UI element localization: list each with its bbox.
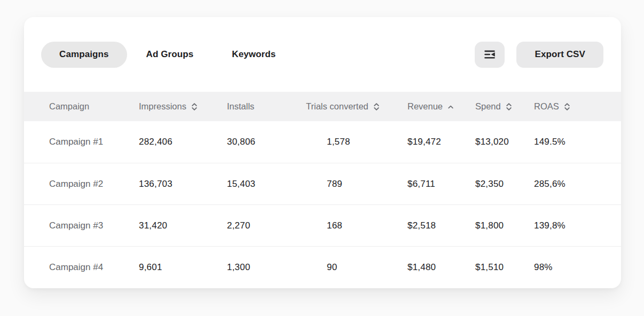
sort-toggle-icon: [506, 102, 512, 112]
value-cell: 1,300: [227, 262, 306, 273]
toolbar-actions: Export CSV: [475, 42, 603, 68]
value-cell: 139,8%: [534, 220, 621, 231]
tab-ad-groups[interactable]: Ad Groups: [127, 42, 213, 68]
column-header-label: ROAS: [534, 101, 559, 112]
value-cell: $6,711: [407, 179, 475, 189]
table-row[interactable]: Campaign #331,4202,270168$2,518$1,800139…: [24, 204, 621, 246]
sort-ascending-icon: [447, 102, 454, 112]
sort-toggle-icon: [373, 102, 380, 112]
value-cell: 90: [306, 262, 407, 273]
column-header-campaign: Campaign: [24, 101, 139, 112]
toolbar: Campaigns Ad Groups Keywords Export CSV: [24, 17, 621, 92]
value-cell: $2,518: [407, 220, 475, 231]
column-header-trials-converted[interactable]: Trials converted: [306, 101, 407, 112]
column-header-label: Trials converted: [306, 101, 368, 112]
value-cell: 149.5%: [534, 137, 621, 147]
campaign-name-cell: Campaign #3: [24, 220, 139, 231]
value-cell: 15,403: [227, 179, 306, 189]
value-cell: 2,270: [227, 220, 306, 231]
column-header-spend[interactable]: Spend: [475, 101, 534, 112]
indent-decrease-icon: [483, 48, 497, 61]
value-cell: $1,480: [407, 262, 475, 273]
tab-campaigns[interactable]: Campaigns: [41, 42, 127, 68]
column-header-label: Installs: [227, 101, 254, 112]
sort-toggle-icon: [191, 102, 198, 112]
value-cell: $1,510: [475, 262, 534, 273]
value-cell: 30,806: [227, 137, 306, 147]
table-row[interactable]: Campaign #49,6011,30090$1,480$1,51098%: [24, 246, 621, 288]
value-cell: 31,420: [139, 220, 227, 231]
table-header-row: CampaignImpressionsInstallsTrials conver…: [24, 92, 621, 121]
value-cell: $13,020: [475, 137, 534, 147]
value-cell: 285,6%: [534, 179, 621, 189]
value-cell: $1,800: [475, 220, 534, 231]
tab-keywords[interactable]: Keywords: [213, 42, 295, 68]
column-header-revenue[interactable]: Revenue: [407, 101, 475, 112]
value-cell: $19,472: [407, 137, 475, 147]
value-cell: $2,350: [475, 179, 534, 189]
table-row[interactable]: Campaign #1282,40630,8061,578$19,472$13,…: [24, 121, 621, 163]
campaigns-panel: Campaigns Ad Groups Keywords Export CSV …: [24, 17, 621, 288]
column-settings-button[interactable]: [475, 42, 505, 68]
campaign-name-cell: Campaign #4: [24, 262, 139, 273]
export-csv-button[interactable]: Export CSV: [516, 42, 603, 68]
value-cell: 789: [306, 179, 407, 189]
column-header-label: Campaign: [49, 101, 89, 112]
table-body: Campaign #1282,40630,8061,578$19,472$13,…: [24, 121, 621, 288]
value-cell: 136,703: [139, 179, 227, 189]
campaign-name-cell: Campaign #1: [24, 137, 139, 147]
value-cell: 98%: [534, 262, 621, 273]
value-cell: 1,578: [306, 137, 407, 147]
column-header-installs: Installs: [227, 101, 306, 112]
value-cell: 282,406: [139, 137, 227, 147]
campaign-name-cell: Campaign #2: [24, 179, 139, 189]
sort-toggle-icon: [564, 102, 570, 112]
column-header-label: Impressions: [139, 101, 186, 112]
column-header-label: Spend: [475, 101, 501, 112]
table-row[interactable]: Campaign #2136,70315,403789$6,711$2,3502…: [24, 163, 621, 204]
tab-bar: Campaigns Ad Groups Keywords: [41, 42, 295, 68]
column-header-roas[interactable]: ROAS: [534, 101, 621, 112]
value-cell: 9,601: [139, 262, 227, 273]
column-header-impressions[interactable]: Impressions: [139, 101, 227, 112]
value-cell: 168: [306, 220, 407, 231]
column-header-label: Revenue: [407, 101, 443, 112]
